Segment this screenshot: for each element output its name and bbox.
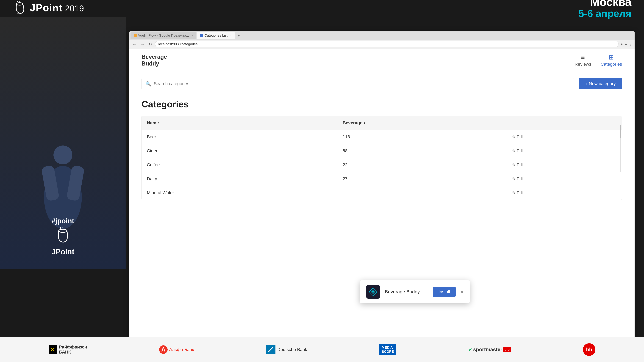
row-name-beer: Beer [142,130,338,144]
row-beverages-beer: 118 [338,130,507,144]
search-wrapper: 🔍 [142,78,574,89]
edit-cell-coffee: ✎ Edit [507,158,622,172]
browser-window: Vuelin Flow - Google Презента... × Categ… [129,31,634,354]
sponsor-mediascope: MEDIA SCOPE [379,344,396,355]
browser-nav-bar: ← → ↻ localhost:8080/categories ★ ● ⋮ [129,39,634,49]
search-bar-row: 🔍 + New category [129,72,634,96]
edit-cell-dairy: ✎ Edit [507,172,622,186]
search-input[interactable] [154,81,570,86]
edit-label-mineral-water: Edit [517,190,524,195]
app-nav: ≡ Reviews ⊞ Categories [575,53,622,67]
scroll-thumb [620,125,621,138]
pwa-app-icon [366,285,380,299]
menu-icon[interactable]: ⋮ [628,42,632,46]
back-button[interactable]: ← [132,41,138,47]
sponsor-alfa: A Альфа·Банк [159,345,194,354]
col-header-beverages: Beverages [338,116,507,130]
edit-label-dairy: Edit [517,176,524,181]
edit-button-beer[interactable]: ✎ Edit [512,134,524,139]
edit-button-mineral-water[interactable]: ✎ Edit [512,190,524,195]
svg-line-9 [60,227,61,229]
new-tab-button[interactable]: + [236,32,242,39]
browser-chrome: Vuelin Flow - Google Презента... × Categ… [129,31,634,49]
row-beverages-dairy: 27 [338,172,507,186]
bookmark-icon[interactable]: ★ [620,42,624,46]
edit-button-cider[interactable]: ✎ Edit [512,148,524,153]
pwa-install-label: Install [438,289,450,294]
jpoint-year: 2019 [65,3,84,13]
svg-point-8 [59,229,67,232]
svg-point-4 [54,145,72,164]
refresh-button[interactable]: ↻ [147,41,154,47]
tab-close-vuelin[interactable]: × [192,34,193,37]
app-logo: Beverage Buddy [142,53,167,67]
logo-cup-icon [12,1,27,15]
alfa-name: Альфа·Банк [169,347,194,352]
logo-text-group: JPoint 2019 [30,2,84,14]
sponsor-deutsche: Deutsche Bank [266,345,307,354]
edit-label-beer: Edit [517,134,524,139]
tab-label-categories: Categories List [204,33,228,37]
app-header: Beverage Buddy ≡ Reviews ⊞ Categories [129,49,634,72]
categories-icon: ⊞ [608,53,614,61]
sportmaster-text: sportmaster [473,347,502,353]
page-title: Categories [142,99,622,109]
svg-point-1 [17,12,22,14]
nav-categories-label: Categories [601,62,622,67]
tab-favicon-vuelin [134,34,137,37]
edit-cell-beer: ✎ Edit [507,130,622,144]
nav-reviews-label: Reviews [575,62,591,67]
app-logo-line2: Buddy [142,60,167,67]
sportmaster-checkmark: ✓ [468,347,472,352]
svg-line-2 [17,1,18,2]
raiffeisen-line2: БАНК [59,350,87,355]
tab-vuelin-flow[interactable]: Vuelin Flow - Google Презента... × [130,32,196,39]
pwa-close-button[interactable]: × [460,289,464,295]
browser-action-buttons: ★ ● ⋮ [620,42,632,46]
tab-favicon-categories [200,34,203,37]
edit-icon-coffee: ✎ [512,163,515,167]
mediascope-line2: SCOPE [382,350,394,354]
search-icon: 🔍 [146,81,151,87]
hh-logo: hh [583,343,596,356]
edit-cell-mineral-water: ✎ Edit [507,186,622,200]
sponsors-bar: ✕ Райффайзен БАНК A Альфа·Банк Deutsche … [0,337,644,362]
profile-icon[interactable]: ● [625,42,627,46]
sponsor-raiffeisen: ✕ Райффайзен БАНК [48,345,87,355]
nav-categories[interactable]: ⊞ Categories [601,53,622,67]
badge-cup-icon [54,226,72,245]
pwa-install-button[interactable]: Install [433,287,456,297]
tab-categories[interactable]: Categories List × [197,32,235,39]
top-bar: JPoint 2019 Москва 5-6 апреля [0,0,644,16]
new-category-label: + New category [585,81,616,86]
browser-tabs-bar: Vuelin Flow - Google Презента... × Categ… [129,31,634,39]
deutsche-text: Deutsche Bank [277,347,307,352]
raiffeisen-line1: Райффайзен [59,345,87,350]
speaker-badge: #jpoint JPoint [52,217,74,256]
edit-button-dairy[interactable]: ✎ Edit [512,176,524,181]
table-row: Dairy 27 ✎ Edit [142,172,622,186]
sponsor-hh: hh [583,343,596,356]
edit-label-coffee: Edit [517,162,524,167]
main-content: Categories Name Beverages Beer 118 [129,96,634,354]
col-header-name: Name [142,116,338,130]
speaker-area: #jpoint JPoint [0,17,126,269]
edit-icon-mineral-water: ✎ [512,191,515,195]
edit-icon-dairy: ✎ [512,177,515,181]
alfa-text: Альфа·Банк [169,347,194,352]
sponsor-sportmaster: ✓ sportmaster pro [468,347,511,353]
deutsche-icon [266,345,276,354]
nav-reviews[interactable]: ≡ Reviews [575,54,591,67]
deutsche-slash-icon [267,346,275,354]
address-bar[interactable]: localhost:8080/categories [155,41,619,47]
tab-close-categories[interactable]: × [230,34,232,37]
new-category-button[interactable]: + New category [579,78,622,89]
sportmaster-badge: pro [503,347,511,352]
table-row: Mineral Water ✎ Edit [142,186,622,200]
row-beverages-cider: 68 [338,144,507,158]
edit-button-coffee[interactable]: ✎ Edit [512,162,524,167]
pwa-close-icon: × [460,289,464,295]
raiffeisen-icon: ✕ [48,345,57,354]
alfa-icon: A [159,345,168,354]
forward-button[interactable]: → [139,41,146,47]
